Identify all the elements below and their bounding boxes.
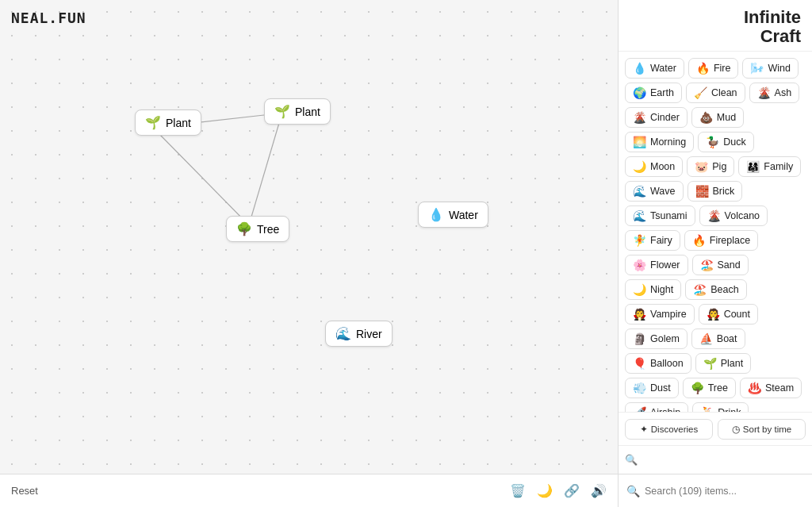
sidebar-item[interactable]: 🐷Pig — [687, 156, 734, 177]
canvas-element-tree[interactable]: 🌳 Tree — [226, 216, 289, 242]
sidebar-header: Infinite Craft — [619, 0, 812, 52]
sidebar-item[interactable]: 🌬️Wind — [742, 58, 798, 79]
sidebar-item[interactable]: 🏖️Sand — [692, 255, 749, 275]
sidebar-items-list[interactable]: 💧Water🔥Fire🌬️Wind🌍Earth🧹Clean🌋Ash🌋Cinder… — [619, 52, 812, 412]
sidebar-item[interactable]: 🌙Moon — [625, 156, 683, 177]
item-label: Volcano — [725, 210, 760, 221]
sidebar-item[interactable]: 🌱Plant — [695, 353, 752, 374]
sidebar-item[interactable]: 🌳Tree — [683, 378, 736, 398]
item-icon: 🌍 — [633, 86, 646, 99]
item-label: Sand — [718, 259, 741, 271]
item-label: Flower — [650, 259, 680, 271]
item-label: Beach — [710, 284, 738, 295]
canvas-element-river[interactable]: 🌊 River — [325, 321, 393, 347]
item-icon: 🌊 — [633, 209, 646, 222]
sidebar-item[interactable]: 🌸Flower — [625, 255, 688, 275]
sidebar-item[interactable]: 🔥Fire — [688, 58, 739, 79]
sidebar-item[interactable]: 👨‍👩‍👧Family — [738, 156, 801, 177]
sort-button[interactable]: ◷ Sort by time — [718, 419, 806, 440]
item-icon: 🧹 — [694, 86, 707, 99]
item-label: Vampire — [650, 309, 687, 320]
sidebar-item[interactable]: 🌋Volcano — [699, 205, 768, 226]
river-icon: 🌊 — [335, 326, 351, 341]
svg-line-2 — [250, 123, 279, 222]
sidebar-item[interactable]: 🌍Earth — [625, 83, 682, 103]
item-icon: ⛵ — [699, 332, 713, 345]
app-title-line1: Infinite — [744, 8, 801, 27]
item-label: Cinder — [650, 112, 680, 123]
item-icon: 🧚 — [633, 234, 646, 247]
sidebar-item[interactable]: 🏖️Beach — [685, 279, 746, 300]
bottom-icons: 🗑️ 🌙 🔗 🔊 — [510, 483, 607, 498]
sidebar-item[interactable]: 🌊Tsunami — [625, 205, 695, 226]
item-icon: 💩 — [699, 111, 713, 124]
sidebar-grid: 💧Water🔥Fire🌬️Wind🌍Earth🧹Clean🌋Ash🌋Cinder… — [625, 58, 806, 412]
svg-line-1 — [159, 133, 250, 226]
sidebar-item[interactable]: 🧛Vampire — [625, 304, 695, 325]
item-icon: 🗿 — [633, 332, 646, 345]
trash-icon[interactable]: 🗑️ — [510, 483, 526, 498]
plant1-icon: 🌱 — [145, 115, 161, 130]
discoveries-icon: ✦ — [640, 424, 648, 435]
sidebar-search-input[interactable] — [645, 486, 804, 497]
item-label: Tree — [708, 382, 728, 394]
item-label: Mud — [717, 112, 736, 123]
moon-icon[interactable]: 🌙 — [537, 483, 553, 498]
sidebar-item[interactable]: 🦆Duck — [698, 132, 753, 152]
sidebar-item[interactable]: 🚀Airship — [625, 402, 688, 412]
item-label: Family — [764, 161, 793, 172]
sidebar-item[interactable]: 💨Dust — [625, 378, 679, 398]
tree-label: Tree — [257, 223, 279, 236]
sidebar-item[interactable]: 🌙Night — [625, 279, 681, 300]
item-label: Steam — [765, 382, 794, 394]
share-icon[interactable]: 🔗 — [564, 483, 580, 498]
search-container: 🔍 — [619, 445, 812, 474]
canvas-element-water[interactable]: 💧 Water — [418, 202, 488, 228]
canvas-element-plant2[interactable]: 🌱 Plant — [264, 98, 331, 125]
item-label: Plant — [721, 358, 744, 369]
river-label: River — [356, 328, 382, 340]
item-label: Water — [650, 63, 676, 74]
sidebar-item[interactable]: 🧱Brick — [688, 181, 743, 202]
bottom-bar: Reset 🗑️ 🌙 🔗 🔊 🔍 — [0, 474, 812, 507]
volume-icon[interactable]: 🔊 — [591, 483, 607, 498]
sidebar-item[interactable]: 🗿Golem — [625, 328, 688, 349]
item-icon: 🌬️ — [750, 62, 764, 75]
sort-label: Sort by time — [743, 424, 791, 434]
canvas-element-plant1[interactable]: 🌱 Plant — [135, 109, 201, 136]
item-label: Pig — [712, 161, 726, 172]
item-icon: 💧 — [633, 62, 646, 75]
sidebar-item[interactable]: ♨️Steam — [740, 378, 802, 398]
sidebar-item[interactable]: 🧛Count — [699, 304, 758, 325]
sidebar-item[interactable]: 🧹Clean — [686, 83, 745, 103]
item-icon: 🔥 — [696, 62, 710, 75]
sidebar-item[interactable]: 🧚Fairy — [625, 230, 680, 251]
item-icon: 🧱 — [695, 185, 709, 198]
sidebar-item[interactable]: 🍹Drink — [692, 402, 749, 412]
search-input[interactable] — [642, 455, 806, 466]
item-icon: 🌙 — [633, 160, 646, 173]
discoveries-button[interactable]: ✦ Discoveries — [625, 419, 713, 440]
sidebar-item[interactable]: 💩Mud — [691, 107, 744, 128]
item-icon: 👨‍👩‍👧 — [746, 160, 760, 173]
item-label: Brick — [713, 186, 735, 197]
plant1-label: Plant — [166, 117, 191, 129]
sidebar-item[interactable]: 🌅Morning — [625, 132, 694, 152]
sidebar-item[interactable]: 🌊Wave — [625, 181, 684, 202]
sidebar-item[interactable]: 🔥Fireplace — [684, 230, 758, 251]
item-icon: 🌸 — [633, 259, 646, 271]
reset-button[interactable]: Reset — [11, 485, 38, 497]
sidebar-search-bar: 🔍 — [618, 474, 812, 507]
item-label: Moon — [650, 161, 675, 172]
sidebar-item[interactable]: ⛵Boat — [691, 328, 745, 349]
sidebar-item[interactable]: 🌋Ash — [749, 83, 800, 103]
plant2-label: Plant — [295, 106, 320, 118]
item-label: Wave — [650, 186, 676, 197]
item-label: Night — [650, 284, 673, 295]
item-icon: 💨 — [633, 382, 646, 394]
canvas-area[interactable]: NEAL.FUN 🌱 Plant 🌱 Plant 🌳 Tree 💧 Water — [0, 0, 618, 474]
item-icon: ♨️ — [748, 382, 761, 394]
sidebar-item[interactable]: 🌋Cinder — [625, 107, 688, 128]
sidebar-item[interactable]: 💧Water — [625, 58, 684, 79]
sidebar-item[interactable]: 🎈Balloon — [625, 353, 691, 374]
